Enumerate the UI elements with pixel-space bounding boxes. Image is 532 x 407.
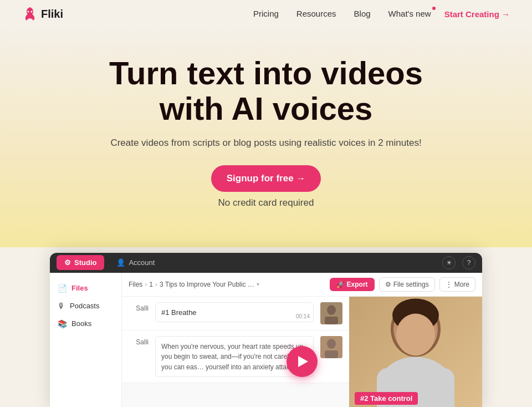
nav-whats-new[interactable]: What's new bbox=[388, 9, 431, 18]
video-background: #2 Take control bbox=[349, 297, 482, 407]
app-toolbar: Files › 1 › 3 Tips to Improve Your Publi… bbox=[122, 273, 482, 297]
podcasts-icon: 🎙 bbox=[58, 302, 65, 311]
svg-rect-7 bbox=[325, 350, 338, 358]
svg-point-1 bbox=[31, 11, 33, 13]
sidebar-item-podcasts[interactable]: 🎙 Podcasts bbox=[50, 297, 121, 315]
sidebar: 📄 Files 🎙 Podcasts 📚 Books bbox=[50, 273, 122, 407]
speaker-salli-1: Salli bbox=[129, 304, 149, 312]
logo[interactable]: Fliki bbox=[22, 6, 63, 22]
svg-point-3 bbox=[327, 305, 336, 315]
gear-icon: ⚙ bbox=[385, 281, 391, 288]
breadcrumb-files[interactable]: Files bbox=[129, 281, 142, 288]
script-row-1: Salli #1 Breathe 00:14 bbox=[122, 297, 349, 330]
nav-blog[interactable]: Blog bbox=[354, 9, 371, 18]
hero-section: Turn text into videos with AI voices Cre… bbox=[0, 28, 532, 247]
script-content-1[interactable]: #1 Breathe 00:14 bbox=[155, 302, 314, 322]
svg-point-6 bbox=[327, 339, 336, 349]
svg-rect-4 bbox=[325, 317, 338, 324]
app-preview: ⚙ Studio 👤 Account ☀ ? 📄 Files 🎙 Podcast… bbox=[50, 253, 482, 407]
breadcrumb-dropdown-icon[interactable]: ▾ bbox=[257, 281, 259, 287]
help-icon[interactable]: ? bbox=[462, 256, 475, 269]
script-text-2: When you're nervous, your heart rate spe… bbox=[161, 343, 305, 372]
svg-point-0 bbox=[28, 11, 29, 13]
sidebar-item-books[interactable]: 📚 Books bbox=[50, 315, 121, 333]
navbar: Fliki Pricing Resources Blog What's new … bbox=[0, 0, 532, 28]
books-icon: 📚 bbox=[58, 319, 67, 328]
sidebar-item-files[interactable]: 📄 Files bbox=[50, 279, 121, 297]
file-settings-button[interactable]: ⚙ File settings bbox=[379, 277, 435, 292]
time-badge-1: 00:14 bbox=[296, 313, 310, 319]
video-panel: #2 Take control bbox=[349, 297, 482, 407]
app-main: Files › 1 › 3 Tips to Improve Your Publi… bbox=[122, 273, 482, 407]
script-area: Salli #1 Breathe 00:14 Salli When bbox=[122, 297, 349, 407]
signup-button[interactable]: Signup for free → bbox=[211, 165, 321, 192]
start-creating-button[interactable]: Start Creating → bbox=[444, 9, 510, 19]
app-body: 📄 Files 🎙 Podcasts 📚 Books Files › 1 › bbox=[50, 273, 482, 407]
no-cc-text: No credit card required bbox=[22, 197, 510, 208]
export-icon: 🚀 bbox=[336, 281, 345, 288]
script-thumb-2 bbox=[320, 336, 342, 358]
svg-point-13 bbox=[396, 313, 435, 355]
breadcrumb-1[interactable]: 1 bbox=[149, 281, 153, 288]
play-button[interactable] bbox=[287, 346, 318, 377]
script-thumb-1 bbox=[320, 302, 342, 324]
more-icon: ⋮ bbox=[446, 281, 452, 288]
tab-account[interactable]: 👤 Account bbox=[109, 255, 162, 270]
export-button[interactable]: 🚀 Export bbox=[330, 278, 375, 291]
speaker-salli-2: Salli bbox=[129, 338, 149, 346]
files-icon: 📄 bbox=[58, 284, 67, 293]
nav-resources[interactable]: Resources bbox=[296, 9, 336, 18]
studio-icon: ⚙ bbox=[64, 258, 71, 267]
more-button[interactable]: ⋮ More bbox=[439, 277, 475, 292]
app-topbar: ⚙ Studio 👤 Account ☀ ? bbox=[50, 253, 482, 273]
settings-icon[interactable]: ☀ bbox=[442, 256, 456, 269]
breadcrumb-title[interactable]: 3 Tips to Improve Your Public … bbox=[160, 281, 254, 288]
account-icon: 👤 bbox=[116, 258, 125, 267]
nav-pricing[interactable]: Pricing bbox=[253, 9, 279, 18]
play-icon bbox=[298, 356, 308, 367]
hero-headline: Turn text into videos with AI voices bbox=[22, 55, 510, 126]
tab-studio[interactable]: ⚙ Studio bbox=[57, 255, 104, 270]
breadcrumb: Files › 1 › 3 Tips to Improve Your Publi… bbox=[129, 281, 325, 288]
script-title-1: #1 Breathe bbox=[161, 308, 197, 317]
video-label: #2 Take control bbox=[355, 392, 418, 405]
logo-text: Fliki bbox=[41, 8, 63, 21]
hero-subtext: Create videos from scripts or blog posts… bbox=[22, 138, 510, 149]
